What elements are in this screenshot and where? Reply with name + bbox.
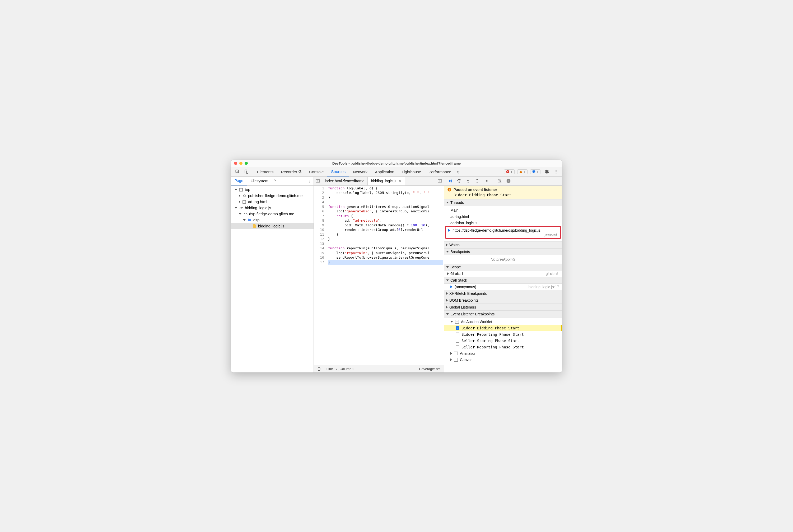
tab-recorder[interactable]: Recorder⚗ [277,167,306,176]
deactivate-breakpoints-icon[interactable] [496,177,503,184]
section-title: Global Listeners [449,305,476,309]
svg-point-8 [556,171,556,172]
window-controls [231,162,248,165]
minimize-window-icon[interactable] [239,162,243,165]
step-icon[interactable] [483,177,490,184]
format-icon[interactable]: {} [317,367,321,371]
thread-decision[interactable]: decision_logic.js [444,220,562,226]
checkbox-icon[interactable] [454,352,458,355]
event-listener-breakpoints-section-header[interactable]: Event Listener Breakpoints [444,311,562,318]
svg-point-16 [468,182,469,183]
checkbox-icon[interactable] [456,339,459,343]
tab-page[interactable]: Page [231,177,247,186]
svg-point-15 [459,182,460,183]
thread-adtag[interactable]: ad-tag.html [444,213,562,220]
line-gutter: 1234567891011121314151617 [314,186,327,365]
svg-rect-12 [316,179,320,183]
tree-bidding-file[interactable]: bidding_logic.js [231,223,314,229]
dom-breakpoints-section-header[interactable]: DOM Breakpoints [444,297,562,304]
svg-rect-13 [438,179,442,183]
scope-global-row[interactable]: Global global [444,270,562,277]
editor-statusbar: {} Line 17, Column 2 Coverage: n/a [314,365,444,373]
tab-lighthouse[interactable]: Lighthouse [398,167,425,176]
xhr-breakpoints-section-header[interactable]: XHR/fetch Breakpoints [444,290,562,297]
elb-category-canvas[interactable]: Canvas [444,357,562,363]
svg-rect-5 [521,172,521,173]
tree-bidding-root[interactable]: bidding_logic.js [231,205,314,211]
resume-icon[interactable] [447,177,454,184]
code-editor[interactable]: 1234567891011121314151617 function log(l… [314,186,444,365]
section-title: XHR/fetch Breakpoints [449,291,487,296]
thread-main[interactable]: Main [444,207,562,213]
global-listeners-section-header[interactable]: Global Listeners [444,304,562,311]
tab-console[interactable]: Console [305,167,327,176]
close-window-icon[interactable] [234,162,237,165]
step-into-icon[interactable] [465,177,472,184]
navigator-tabs: Page Filesystem ⋮ [231,177,314,186]
editor-tab-index[interactable]: index.html?fencedframe [322,177,367,186]
tab-filesystem[interactable]: Filesystem [247,177,272,186]
elb-bidder-bidding-start[interactable]: Bidder Bidding Phase Start [444,325,562,331]
folder-icon [247,218,252,223]
tree-label: bidding_logic.js [258,224,284,228]
tab-application[interactable]: Application [371,167,398,176]
close-tab-icon[interactable]: ✕ [398,179,401,183]
editor-nav-forward-icon[interactable] [436,177,444,186]
section-title: DOM Breakpoints [449,298,478,302]
thread-active-url[interactable]: https://dsp-fledge-demo.glitch.me/dsp/bi… [453,228,541,232]
checkbox-icon[interactable] [456,345,459,349]
tab-network[interactable]: Network [349,167,371,176]
tab-elements[interactable]: Elements [253,167,277,176]
editor-nav-back-icon[interactable] [314,177,322,186]
svg-rect-20 [508,180,508,182]
flask-icon: ⚗ [298,170,302,174]
tree-label: dsp-fledge-demo.glitch.me [249,212,294,216]
checkbox-icon[interactable] [456,332,459,336]
more-panels-icon[interactable] [455,168,462,175]
device-toggle-icon[interactable] [243,168,250,175]
event-listener-breakpoints-list: Ad Auction Worklet Bidder Bidding Phase … [444,318,562,364]
navigator-menu-icon[interactable]: ⋮ [306,177,314,186]
debugger-toolbar [444,177,562,186]
tree-label: dsp [253,218,259,222]
tree-dsp-domain[interactable]: dsp-fledge-demo.glitch.me [231,211,314,217]
tree-top-frame[interactable]: top [231,187,314,193]
warning-count-badge[interactable]: 1 [517,169,528,174]
svg-rect-14 [451,179,452,183]
editor-tab-bidding[interactable]: bidding_logic.js ✕ [367,177,405,186]
elb-seller-scoring-start[interactable]: Seller Scoring Phase Start [444,338,562,344]
tree-ad-tag-frame[interactable]: ad-tag.html [231,199,314,205]
checkbox-checked-icon[interactable] [456,326,459,330]
more-navigator-tabs-icon[interactable] [272,177,279,184]
zoom-window-icon[interactable] [245,162,248,165]
callstack-frame[interactable]: (anonymous) bidding_logic.js:17 [444,284,562,290]
section-title: Event Listener Breakpoints [450,312,494,316]
elb-bidder-reporting-start[interactable]: Bidder Reporting Phase Start [444,331,562,338]
breakpoints-section-header[interactable]: Breakpoints [444,248,562,255]
elb-category-ad-auction[interactable]: Ad Auction Worklet [444,319,562,325]
scope-section-header[interactable]: Scope [444,264,562,270]
checkbox-icon[interactable] [454,358,458,362]
pause-on-exceptions-icon[interactable] [505,177,512,184]
svg-rect-2 [246,171,248,174]
elb-category-animation[interactable]: Animation [444,350,562,357]
inspect-element-icon[interactable] [234,168,241,175]
tab-sources[interactable]: Sources [327,167,349,176]
step-out-icon[interactable] [474,177,480,184]
file-tree: top publisher-fledge-demo.glitch.me ad-t… [231,186,314,373]
more-options-icon[interactable] [553,168,560,175]
tree-publisher-domain[interactable]: publisher-fledge-demo.glitch.me [231,193,314,199]
error-count-badge[interactable]: 1 [504,169,514,174]
elb-seller-reporting-start[interactable]: Seller Reporting Phase Start [444,344,562,350]
watch-section-header[interactable]: Watch [444,242,562,248]
settings-icon[interactable] [543,168,550,175]
callstack-section-header[interactable]: Call Stack [444,277,562,284]
threads-list: Main ad-tag.html decision_logic.js https… [444,206,562,242]
message-count-badge[interactable]: 1 [530,169,541,174]
tree-dsp-folder[interactable]: dsp [231,217,314,223]
threads-section-header[interactable]: Threads [444,199,562,206]
svg-point-17 [477,182,477,183]
tab-performance[interactable]: Performance [425,167,455,176]
step-over-icon[interactable] [456,177,462,184]
checkbox-mixed-icon[interactable] [455,320,459,324]
